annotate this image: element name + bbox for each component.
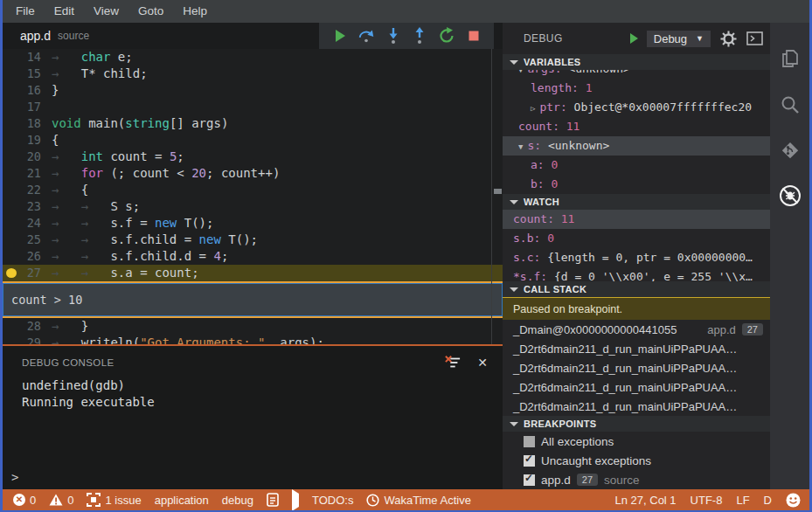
status-item-lf[interactable]: LF [736, 494, 749, 507]
stack-frame[interactable]: _D2rt6dmain211_d_run_mainUiPPaPUAA… [503, 377, 770, 397]
breakpoint-gutter[interactable] [3, 99, 20, 115]
code-line[interactable]: 17 [3, 99, 503, 115]
console-filter-icon[interactable] [445, 355, 461, 370]
variable-row[interactable]: s.c: {length = 0, ptr = 0x00000000… [503, 248, 770, 267]
variable-row[interactable]: length: 1 [503, 79, 770, 98]
explorer-icon[interactable] [778, 47, 802, 72]
section-header-watch[interactable]: WATCH [503, 194, 770, 210]
status-item-wakatime-active[interactable]: WakaTime Active [366, 494, 470, 507]
code-line[interactable]: 14→ char e; [3, 49, 503, 66]
stack-frame[interactable]: _D2rt6dmain211_d_run_mainUiPPaPUAA… [503, 397, 770, 416]
menu-item-file[interactable]: File [6, 0, 45, 23]
variable-row[interactable]: a: 0 [503, 156, 770, 175]
chevron-down-icon[interactable]: ▼ [518, 142, 523, 151]
chevron-down-icon[interactable]: ▼ [518, 70, 523, 74]
breakpoint-condition-input[interactable] [3, 283, 503, 316]
editor-scrollbar[interactable] [491, 49, 503, 344]
source-control-icon[interactable] [778, 138, 802, 163]
menu-item-goto[interactable]: Goto [128, 0, 173, 23]
breakpoint-gutter[interactable] [3, 248, 20, 265]
breakpoint-checkbox[interactable] [524, 436, 535, 447]
breakpoint-checkbox[interactable] [524, 474, 535, 486]
breakpoint-gutter[interactable] [3, 198, 20, 215]
debug-console-toggle-icon[interactable] [746, 30, 763, 47]
code-line[interactable]: 29→ writeln("Got Arguments: ", args); [3, 335, 503, 344]
variable-row[interactable]: ▷ptr: Object@*0x00007fffffffec20 [503, 98, 770, 117]
status-item-0[interactable]: ✕0 [13, 494, 36, 507]
code-line[interactable]: 24→ → s.f = new T(); [3, 215, 503, 232]
status-item-todo-s[interactable]: TODO:s [312, 494, 353, 507]
continue-icon[interactable] [330, 26, 349, 45]
status-item[interactable] [267, 493, 279, 507]
step-out-icon[interactable] [410, 26, 429, 45]
breakpoint-gutter[interactable] [3, 82, 20, 99]
chevron-right-icon[interactable]: ▷ [531, 104, 535, 113]
status-item[interactable] [786, 493, 801, 508]
restart-icon[interactable] [437, 26, 456, 45]
breakpoint-gutter[interactable] [3, 115, 20, 132]
variable-row[interactable]: ▼s: <unknown> [503, 136, 770, 156]
variable-row[interactable]: count: 11 [503, 117, 770, 136]
step-into-icon[interactable] [384, 26, 403, 45]
code-line[interactable]: 15→ T* child; [3, 66, 503, 82]
breakpoint-item[interactable]: Uncaught exceptions [503, 451, 770, 470]
variable-row[interactable]: *s.f: {d = 0 '\\x00', e = 255 '\\x… [503, 267, 770, 281]
breakpoint-gutter[interactable] [3, 215, 20, 232]
breakpoint-item[interactable]: app.d27source [503, 470, 770, 489]
breakpoint-gutter[interactable] [3, 265, 20, 281]
gear-icon[interactable] [719, 30, 737, 47]
breakpoint-gutter[interactable] [3, 66, 20, 82]
code-line[interactable]: 28→ } [3, 318, 503, 335]
menu-item-view[interactable]: View [84, 0, 128, 23]
breakpoint-gutter[interactable] [3, 132, 20, 149]
menu-item-help[interactable]: Help [173, 0, 217, 23]
status-item-0[interactable]: 0 [49, 494, 73, 507]
variable-row[interactable]: b: 0 [503, 175, 770, 194]
code-line[interactable]: 23→ → S s; [3, 198, 503, 215]
breakpoint-gutter[interactable] [3, 165, 20, 182]
code-line[interactable]: 26→ → s.f.child.d = 4; [3, 248, 503, 265]
status-item-1-issue[interactable]: 1 issue [87, 493, 141, 507]
close-icon[interactable]: ✕ [475, 355, 490, 370]
section-header-breakpoints[interactable]: BREAKPOINTS [503, 416, 770, 432]
status-item-d[interactable]: D [764, 494, 772, 507]
debug-profile-dropdown[interactable]: Debug ▼ [647, 31, 711, 47]
breakpoint-dot[interactable] [6, 268, 17, 278]
tab-app-d[interactable]: app.d source [3, 23, 101, 49]
status-item-utf-8[interactable]: UTF-8 [691, 494, 723, 507]
code-line[interactable]: 19{ [3, 132, 503, 149]
code-line[interactable]: 22→ { [3, 182, 503, 198]
stop-icon[interactable] [464, 26, 483, 45]
step-over-icon[interactable] [357, 26, 376, 45]
breakpoint-item[interactable]: All exceptions [503, 432, 770, 451]
section-header-call-stack[interactable]: CALL STACK [503, 281, 770, 297]
variable-row[interactable]: ▼args: <unknown> [503, 70, 770, 79]
breakpoint-gutter[interactable] [3, 149, 20, 165]
breakpoint-gutter[interactable] [3, 318, 20, 335]
start-debug-icon[interactable] [630, 33, 638, 44]
status-item-debug[interactable]: debug [222, 494, 253, 507]
code-line[interactable]: 20→ int count = 5; [3, 149, 503, 165]
code-line[interactable]: 27→ → s.a = count; [3, 265, 503, 281]
breakpoint-gutter[interactable] [3, 49, 20, 66]
stack-frame[interactable]: _Dmain@0x0000000000441055app.d27 [503, 320, 770, 339]
breakpoint-gutter[interactable] [3, 182, 20, 198]
breakpoint-gutter[interactable] [3, 232, 20, 248]
code-line[interactable]: 25→ → s.f.child = new T(); [3, 232, 503, 248]
code-line[interactable]: 16} [3, 82, 503, 99]
stack-frame[interactable]: _D2rt6dmain211_d_run_mainUiPPaPUAA… [503, 358, 770, 377]
section-header-variables[interactable]: VARIABLES [503, 54, 770, 70]
search-icon[interactable] [778, 93, 802, 117]
breakpoint-gutter[interactable] [3, 335, 20, 344]
code-editor[interactable]: 14→ char e;15→ T* child;16}1718void main… [3, 49, 503, 344]
stack-frame[interactable]: _D2rt6dmain211_d_run_mainUiPPaPUAA… [503, 339, 770, 358]
code-line[interactable]: 21→ for (; count < 20; count++) [3, 165, 503, 182]
status-item-ln-27-col-1[interactable]: Ln 27, Col 1 [614, 494, 676, 507]
menu-item-edit[interactable]: Edit [45, 0, 84, 23]
status-item-application[interactable]: application [155, 494, 209, 507]
status-item[interactable] [292, 494, 299, 507]
scrollbar-thumb[interactable] [494, 189, 502, 194]
variable-row[interactable]: s.b: 0 [503, 229, 770, 248]
debug-icon[interactable] [778, 183, 802, 208]
debug-console-prompt[interactable]: > [11, 470, 18, 484]
